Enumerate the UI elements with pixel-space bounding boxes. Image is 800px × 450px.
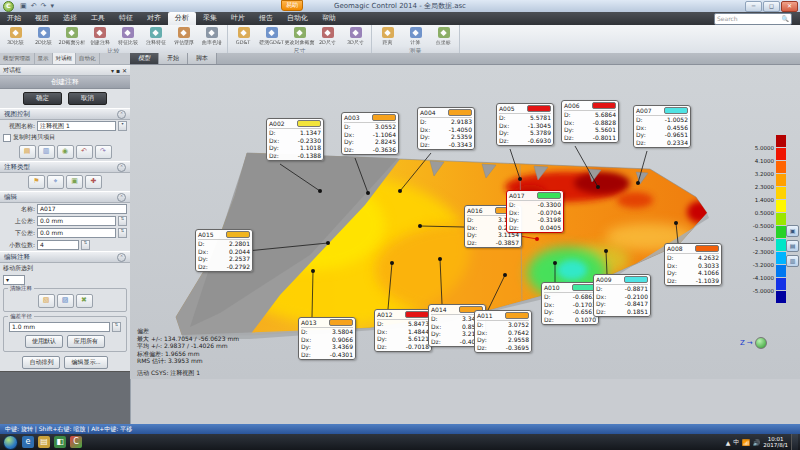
ribbon-tab-对齐[interactable]: 对齐 [140, 12, 168, 25]
ribbon-button-计算[interactable]: ◆计算 [402, 26, 429, 46]
ribbon-button-创建注释[interactable]: ◆创建注释 [86, 26, 113, 46]
maximize-button[interactable]: ◻ [763, 1, 780, 12]
annotation-label-A003[interactable]: A003D:3.0552Dx:-1.1064Dy:2.8245Dz:-0.363… [341, 112, 399, 155]
leader-dot-A004[interactable] [398, 189, 402, 193]
show-desktop-button[interactable] [791, 434, 798, 450]
copy-items-checkbox[interactable] [3, 134, 11, 142]
clear-selected-annotation-icon[interactable]: ▧ [38, 294, 55, 308]
ribbon-button-评估壁厚[interactable]: ◆评估壁厚 [170, 26, 197, 46]
ribbon-button-特征比较[interactable]: ◆特征比较 [114, 26, 141, 46]
ribbon-button-曲率色谱[interactable]: ◆曲率色谱 [198, 26, 225, 46]
network-icon[interactable]: 📶 [742, 439, 750, 446]
annotation-label-A015[interactable]: A015D:2.2801Dx:0.2044Dy:2.2537Dz:-0.2792 [195, 229, 253, 272]
ribbon-button-更改对象截面[interactable]: ◆更改对象截面 [286, 26, 313, 46]
leader-dot-A013[interactable] [311, 269, 315, 273]
clear-all-annotation-icon[interactable]: ✖ [76, 294, 93, 308]
taskbar-app-ie-icon[interactable]: e [22, 436, 34, 448]
taskbar-app-explorer-icon[interactable]: ▤ [38, 436, 50, 448]
collapse-icon[interactable]: ⌃ [117, 193, 126, 202]
name-field[interactable]: A017 [37, 204, 127, 214]
ribbon-button-硬测GD&T[interactable]: ◆硬测GD&T [258, 26, 285, 46]
cancel-button[interactable]: 取消 [68, 92, 107, 105]
auto-arrange-button[interactable]: 自动排列 [22, 356, 60, 369]
apply-all-button[interactable]: 应用所有 [67, 335, 105, 348]
edit-display-button[interactable]: 编辑显示... [64, 356, 107, 369]
panel-tab-自动化[interactable]: 自动化 [76, 53, 100, 64]
ribbon-tab-特征[interactable]: 特征 [112, 12, 140, 25]
leader-dot-A015[interactable] [326, 241, 330, 245]
lower-tol-spinner[interactable]: ⇅ [118, 228, 127, 238]
3d-canvas[interactable]: 5.00004.10003.20002.30001.40000.5000-0.5… [130, 65, 800, 379]
section-edit-annotation[interactable]: 编辑注释 ⌃ [0, 251, 130, 263]
feature-annotation-icon[interactable]: ⌖ [47, 175, 64, 189]
leader-dot-A017[interactable] [535, 237, 539, 241]
leader-dot-A016[interactable] [418, 224, 422, 228]
annotation-label-A010[interactable]: A010D:-0.6862Dx:-0.1703Dy:-0.6561Dz:0.10… [541, 282, 599, 325]
ribbon-button-GD&T[interactable]: ◆GD&T [230, 26, 257, 45]
ribbon-tab-帮助[interactable]: 帮助 [315, 12, 343, 25]
search-icon[interactable]: 🔍 [782, 14, 790, 24]
panel-tab-模型管理器[interactable]: 模型管理器 [0, 53, 35, 64]
ribbon-button-2D尺寸[interactable]: ◆2D尺寸 [314, 26, 341, 46]
ribbon-tab-自动化[interactable]: 自动化 [280, 12, 315, 25]
ribbon-button-注释特征[interactable]: ◆注释特征 [142, 26, 169, 46]
taskbar-clock[interactable]: 10:01 2017/8/1 [763, 436, 788, 449]
ribbon-tab-分析[interactable]: 分析 [168, 12, 196, 25]
deviation-radius-spinner[interactable]: ⇅ [112, 322, 121, 332]
view-option-icon[interactable]: ▤ [786, 240, 799, 252]
taskbar-app-icon[interactable]: ◧ [54, 436, 66, 448]
annotation-label-A017[interactable]: A017D:-0.3300Dx:-0.0704Dy:-0.3198Dz:0.04… [506, 190, 564, 233]
section-annotation-type[interactable]: 注释类型 ⌃ [0, 161, 130, 173]
decimals-spinner[interactable]: ⇅ [81, 240, 90, 250]
leader-dot-A003[interactable] [366, 191, 370, 195]
viewport-tab-模型[interactable]: 模型 [130, 53, 159, 64]
volume-icon[interactable]: 🔊 [753, 439, 761, 446]
leader-dot-A014[interactable] [438, 257, 442, 261]
clear-page-annotation-icon[interactable]: ▨ [57, 294, 74, 308]
upper-tol-spinner[interactable]: ⇅ [118, 216, 127, 226]
ribbon-button-2D截面分析[interactable]: ◆2D截面分析 [58, 26, 85, 46]
annotation-label-A002[interactable]: A002D:1.1347Dx:-0.2330Dy:1.1018Dz:-0.138… [266, 118, 324, 161]
annotation-label-A011[interactable]: A011D:3.0752Dx:0.7642Dy:2.9558Dz:-0.3695 [474, 310, 532, 353]
leader-dot-A007[interactable] [636, 181, 640, 185]
leader-dot-A008[interactable] [674, 221, 678, 225]
move-target-select[interactable]: ▾ [3, 275, 25, 285]
tray-expand-icon[interactable]: ▲ [726, 439, 731, 446]
assistant-badge[interactable]: 易助 [281, 0, 303, 11]
view-name-dropdown-icon[interactable]: ▾ [118, 121, 127, 131]
section-edit[interactable]: 编辑 ⌃ [0, 191, 130, 203]
annotation-label-A006[interactable]: A006D:5.6864Dx:-0.8828Dy:5.5601Dz:-0.801… [561, 100, 619, 143]
ribbon-button-3D比较[interactable]: ◆3D比较 [2, 26, 29, 46]
leader-dot-A005[interactable] [518, 177, 522, 181]
ribbon-button-距离[interactable]: ◆距离 [374, 26, 401, 46]
section-view-control[interactable]: 视图控制 ⌃ [0, 108, 130, 120]
decimals-field[interactable]: 4 [37, 240, 79, 250]
leader-dot-A012[interactable] [390, 261, 394, 265]
orientation-triad[interactable]: Z → [740, 337, 767, 349]
collapse-icon[interactable]: ⌃ [117, 110, 126, 119]
annotation-label-A007[interactable]: A007D:-1.0052Dx:0.4556Dy:-0.9651Dz:0.233… [633, 105, 691, 148]
annotation-label-A005[interactable]: A005D:5.5781Dx:-1.3045Dy:5.3789Dz:-0.693… [496, 103, 554, 146]
annotation-label-A004[interactable]: A004D:2.9183Dx:-1.4050Dy:2.5359Dz:-0.334… [417, 107, 475, 150]
ribbon-tab-报告[interactable]: 报告 [252, 12, 280, 25]
ribbon-tab-选择[interactable]: 选择 [56, 12, 84, 25]
viewport-tab-开始[interactable]: 开始 [159, 53, 188, 64]
leader-dot-A009[interactable] [604, 249, 608, 253]
leader-dot-A002[interactable] [318, 189, 322, 193]
panel-tab-显示[interactable]: 显示 [35, 53, 53, 64]
leader-dot-A006[interactable] [596, 185, 600, 189]
view-name-select[interactable]: 注释视图 1 [37, 121, 116, 131]
ribbon-button-2D比较[interactable]: ◆2D比较 [30, 26, 57, 46]
ime-indicator[interactable]: 中 [733, 438, 739, 447]
save-view-icon[interactable]: ▤ [19, 145, 36, 159]
view-option-icon[interactable]: ▣ [786, 225, 799, 237]
lower-tol-field[interactable]: 0.0 mm [37, 228, 116, 238]
ribbon-tab-视图[interactable]: 视图 [28, 12, 56, 25]
ribbon-tab-采集[interactable]: 采集 [196, 12, 224, 25]
annotation-label-A012[interactable]: A012D:5.8473Dx:1.4844Dy:5.6121Dz:-0.7018 [374, 309, 432, 352]
annotation-label-A009[interactable]: A009D:-0.8871Dx:-0.2100Dy:-0.8417Dz:0.18… [593, 274, 651, 317]
ribbon-tab-叶片[interactable]: 叶片 [224, 12, 252, 25]
use-default-button[interactable]: 使用默认 [25, 335, 63, 348]
next-view-icon[interactable]: ↷ [95, 145, 112, 159]
panel-tab-对话框[interactable]: 对话框 [53, 53, 77, 64]
